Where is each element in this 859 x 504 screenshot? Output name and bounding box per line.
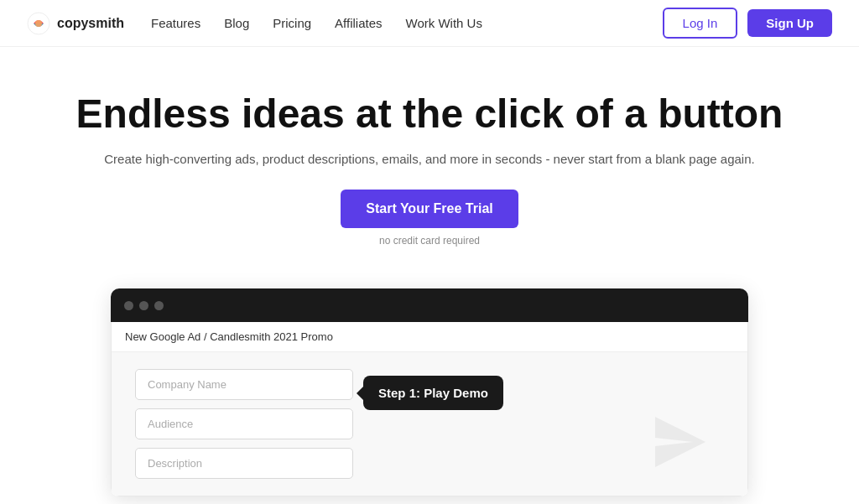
demo-browser: New Google Ad / Candlesmith 2021 Promo C… xyxy=(111,288,748,496)
svg-point-1 xyxy=(35,20,42,27)
hero-title: Endless ideas at the click of a button xyxy=(67,91,792,137)
browser-form-area: Company Name Audience Description Step 1… xyxy=(112,352,747,496)
browser-dot-3 xyxy=(154,301,164,310)
nav-affiliates[interactable]: Affiliates xyxy=(335,16,382,30)
signup-button[interactable]: Sign Up xyxy=(747,9,832,37)
browser-dot-2 xyxy=(139,301,148,310)
hero-section: Endless ideas at the click of a button C… xyxy=(0,47,859,272)
hero-subtitle: Create high-converting ads, product desc… xyxy=(67,152,792,166)
logo-icon xyxy=(27,12,50,35)
free-trial-button[interactable]: Start Your Free Trial xyxy=(341,190,518,228)
browser-dot-1 xyxy=(124,301,133,310)
browser-tab-bar: New Google Ad / Candlesmith 2021 Promo xyxy=(112,322,747,352)
browser-content: New Google Ad / Candlesmith 2021 Promo C… xyxy=(111,322,748,496)
description-field[interactable]: Description xyxy=(135,448,353,479)
brand-name: copysmith xyxy=(57,16,124,31)
form-fields: Company Name Audience Description xyxy=(135,369,353,479)
nav-links: Features Blog Pricing Affiliates Work Wi… xyxy=(151,16,663,30)
send-icon xyxy=(647,408,714,475)
demo-tooltip[interactable]: Step 1: Play Demo xyxy=(363,376,503,410)
nav-actions: Log In Sign Up xyxy=(663,8,832,39)
audience-field[interactable]: Audience xyxy=(135,408,353,439)
nav-work-with-us[interactable]: Work With Us xyxy=(406,16,482,30)
login-button[interactable]: Log In xyxy=(663,8,738,39)
company-name-field[interactable]: Company Name xyxy=(135,369,353,400)
browser-bar xyxy=(111,288,748,322)
nav-pricing[interactable]: Pricing xyxy=(273,16,311,30)
nav-blog[interactable]: Blog xyxy=(224,16,249,30)
navbar: copysmith Features Blog Pricing Affiliat… xyxy=(0,0,859,47)
logo[interactable]: copysmith xyxy=(27,12,124,35)
tab-label: New Google Ad / Candlesmith 2021 Promo xyxy=(125,330,333,343)
no-credit-text: no credit card required xyxy=(67,235,792,247)
nav-features[interactable]: Features xyxy=(151,16,200,30)
send-icon-area xyxy=(647,408,714,479)
